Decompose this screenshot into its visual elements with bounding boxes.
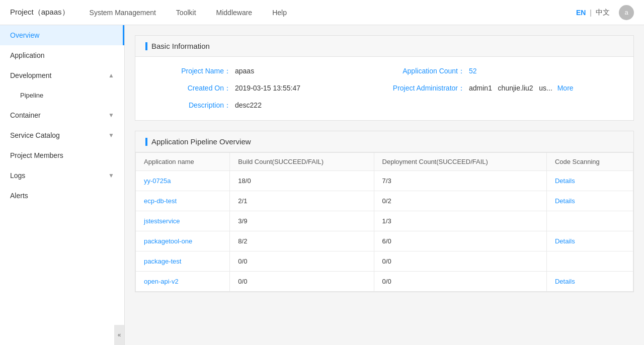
build-count-value: 0/0 [230, 251, 374, 272]
sidebar-item-pipeline-label: Pipeline [20, 92, 43, 99]
deploy-count-value: 0/0 [374, 272, 546, 292]
build-count-value: 3/9 [230, 211, 374, 231]
code-scanning-value: Details [546, 231, 633, 251]
project-name-value: apaas [235, 67, 254, 75]
project-name-label: Project Name： [150, 67, 231, 76]
table-header-row: Application name Build Count(SUCCEED/FAI… [136, 153, 633, 171]
basic-info-title: Basic Information [151, 42, 210, 50]
code-scanning-link[interactable]: Details [555, 278, 575, 285]
collapse-icon: « [118, 331, 121, 338]
sidebar-item-application-label: Application [10, 51, 45, 59]
sidebar-item-logs[interactable]: Logs ▼ [0, 165, 124, 186]
deploy-count-value: 0/0 [374, 251, 546, 272]
col-deploy-count: Deployment Count(SUCCEED/FAIL) [374, 153, 546, 171]
sidebar-item-service-catalog-label: Service Catalog [10, 131, 60, 139]
app-name-link[interactable]: ecp-db-test [144, 197, 177, 205]
sidebar-item-pipeline[interactable]: Pipeline [0, 85, 124, 105]
app-name-link[interactable]: package-test [144, 257, 181, 265]
app-name-link[interactable]: yy-0725a [144, 177, 171, 185]
code-scanning-value [546, 211, 633, 231]
app-count-value: 52 [469, 67, 477, 75]
pipeline-section-title-bar [145, 138, 147, 146]
build-count-value: 0/0 [230, 272, 374, 292]
info-grid: Project Name： apaas Application Count： 5… [150, 67, 618, 110]
sidebar-item-alerts[interactable]: Alerts [0, 186, 124, 206]
code-scanning-link[interactable]: Details [555, 237, 575, 245]
sidebar-item-container-label: Container [10, 111, 41, 119]
pipeline-overview-title: Application Pipeline Overview [151, 137, 251, 146]
info-row-project-name: Project Name： apaas [150, 67, 384, 76]
build-count-value: 2/1 [230, 191, 374, 211]
basic-info-header: Basic Information [135, 36, 633, 57]
deploy-count-value: 1/3 [374, 211, 546, 231]
chevron-down-icon-logs: ▼ [108, 172, 114, 179]
pipeline-table: Application name Build Count(SUCCEED/FAI… [135, 152, 633, 292]
sidebar-item-development[interactable]: Development ▲ [0, 65, 124, 85]
admin-label: Project Administrator： [384, 84, 465, 93]
code-scanning-link[interactable]: Details [555, 197, 575, 205]
lang-en-button[interactable]: EN [576, 9, 586, 17]
app-count-label: Application Count： [384, 67, 465, 76]
app-name-link[interactable]: packagetool-one [144, 237, 192, 245]
sidebar-item-logs-label: Logs [10, 171, 25, 180]
description-label: Description： [150, 101, 231, 110]
sidebar-item-service-catalog[interactable]: Service Catalog ▼ [0, 125, 124, 145]
basic-info-body: Project Name： apaas Application Count： 5… [135, 57, 633, 120]
sidebar-item-overview[interactable]: Overview [0, 25, 124, 45]
table-row: packagetool-one8/26/0Details [136, 231, 633, 251]
deploy-count-value: 7/3 [374, 171, 546, 191]
code-scanning-value: Details [546, 191, 633, 211]
lang-separator: | [590, 9, 592, 17]
code-scanning-link[interactable]: Details [555, 177, 575, 185]
admin-2: chunjie.liu2 [498, 84, 533, 92]
basic-info-card: Basic Information Project Name： apaas Ap… [135, 35, 634, 121]
nav-help[interactable]: Help [272, 9, 287, 17]
code-scanning-value [546, 251, 633, 272]
nav-system-management[interactable]: System Management [90, 9, 156, 17]
top-nav: Project（apaas） System Management Toolkit… [0, 0, 644, 25]
table-row: ecp-db-test2/10/2Details [136, 191, 633, 211]
sidebar-item-container[interactable]: Container ▼ [0, 105, 124, 125]
sidebar-item-development-label: Development [10, 71, 52, 79]
sidebar-collapse-button[interactable]: « [114, 325, 124, 345]
created-on-value: 2019-03-15 13:55:47 [235, 84, 300, 92]
main-content: Basic Information Project Name： apaas Ap… [125, 25, 644, 345]
admin-values: admin1 chunjie.liu2 us... More [469, 84, 574, 92]
more-admins-link[interactable]: More [557, 84, 574, 92]
sidebar-item-project-members-label: Project Members [10, 151, 63, 159]
lang-zh-button[interactable]: 中文 [596, 8, 610, 17]
deploy-count-value: 0/2 [374, 191, 546, 211]
build-count-value: 18/0 [230, 171, 374, 191]
description-value: desc222 [235, 101, 262, 109]
section-title-bar [145, 42, 147, 50]
table-row: yy-0725a18/07/3Details [136, 171, 633, 191]
info-row-admin: Project Administrator： admin1 chunjie.li… [384, 84, 618, 93]
main-layout: Overview Application Development ▲ Pipel… [0, 25, 644, 345]
nav-items: System Management Toolkit Middleware Hel… [90, 9, 576, 17]
build-count-value: 8/2 [230, 231, 374, 251]
deploy-count-value: 6/0 [374, 231, 546, 251]
code-scanning-value: Details [546, 272, 633, 292]
table-row: jstestservice3/91/3 [136, 211, 633, 231]
app-name-link[interactable]: jstestservice [144, 217, 180, 225]
app-name-link[interactable]: open-api-v2 [144, 278, 179, 285]
chevron-up-icon: ▲ [108, 72, 114, 79]
chevron-down-icon-service: ▼ [108, 132, 114, 139]
sidebar-item-application[interactable]: Application [0, 45, 124, 65]
pipeline-overview-header: Application Pipeline Overview [135, 131, 633, 152]
code-scanning-value: Details [546, 171, 633, 191]
table-row: package-test0/00/0 [136, 251, 633, 272]
col-app-name: Application name [136, 153, 230, 171]
chevron-down-icon-container: ▼ [108, 112, 114, 119]
info-row-app-count: Application Count： 52 [384, 67, 618, 76]
col-code-scanning: Code Scanning [546, 153, 633, 171]
info-row-created-on: Created On： 2019-03-15 13:55:47 [150, 84, 384, 93]
table-row: open-api-v20/00/0Details [136, 272, 633, 292]
admin-1: admin1 [469, 84, 492, 92]
sidebar-item-project-members[interactable]: Project Members [0, 145, 124, 165]
avatar[interactable]: a [619, 5, 634, 20]
sidebar-item-overview-label: Overview [10, 31, 39, 39]
nav-toolkit[interactable]: Toolkit [176, 9, 196, 17]
brand-label[interactable]: Project（apaas） [10, 8, 69, 17]
nav-middleware[interactable]: Middleware [216, 9, 253, 17]
